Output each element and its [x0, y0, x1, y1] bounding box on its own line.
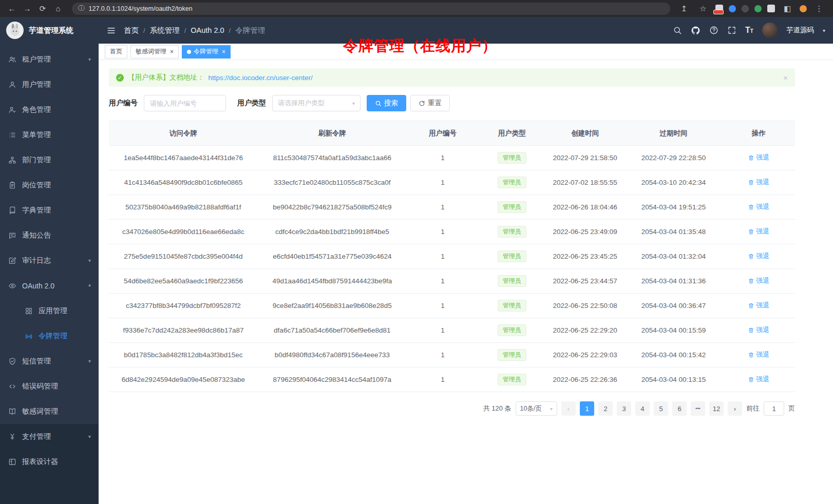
user-id-input[interactable] — [144, 95, 226, 111]
sensitive-icon — [8, 408, 17, 416]
goto-page-input[interactable] — [764, 401, 784, 416]
column-header: 用户类型 — [479, 121, 545, 146]
tab-1[interactable]: 敏感词管理× — [130, 45, 179, 59]
sidebar-item-oauth[interactable]: OAuth 2.0▾ — [0, 273, 99, 298]
page-ellipsis-button[interactable]: ••• — [691, 401, 705, 416]
force-logout-button[interactable]: 强退 — [748, 350, 769, 359]
page-button-12[interactable]: 12 — [709, 401, 724, 416]
force-logout-button[interactable]: 强退 — [748, 202, 769, 211]
breadcrumb-item[interactable]: 首页 — [124, 26, 139, 35]
page-size-select[interactable]: 10条/页 ▾ — [516, 401, 557, 416]
action-cell: 强退 — [722, 170, 795, 195]
page-button-4[interactable]: 4 — [635, 401, 650, 416]
search-button[interactable]: 搜索 — [367, 95, 406, 111]
force-logout-button[interactable]: 强退 — [748, 227, 769, 236]
goto-suffix: 页 — [788, 404, 795, 413]
github-icon[interactable] — [691, 26, 701, 35]
reset-button[interactable]: 重置 — [410, 95, 450, 111]
share-icon[interactable]: ↥ — [677, 3, 691, 15]
force-logout-button[interactable]: 强退 — [748, 153, 769, 162]
active-tab-dot — [187, 50, 191, 54]
sidebar-item-errcode[interactable]: 错误码管理 — [0, 374, 99, 399]
username[interactable]: 芋道源码 — [786, 26, 814, 35]
sidebar-item-role[interactable]: 角色管理 — [0, 97, 99, 122]
access-token-cell: 1ea5e44f8bc1467aaede43144f31de76 — [109, 146, 258, 170]
action-cell: 强退 — [722, 195, 795, 220]
prev-page-button[interactable]: ‹ — [561, 401, 576, 416]
forward-icon[interactable]: → — [21, 3, 34, 15]
reload-icon[interactable]: ⟳ — [36, 3, 49, 15]
breadcrumb-item[interactable]: OAuth 2.0 — [191, 26, 224, 34]
more-icon[interactable]: ⋮ — [812, 3, 826, 15]
chevron-up-icon: ▾ — [88, 283, 91, 288]
app-logo[interactable]: 芋道管理系统 — [0, 17, 99, 44]
fullscreen-icon[interactable] — [727, 26, 736, 35]
sidebar-item-dict[interactable]: 字典管理 — [0, 198, 99, 223]
address-bar[interactable]: ⓘ 127.0.0.1:1024/system/oauth2/token — [72, 3, 670, 15]
created-time-cell: 2022-06-26 18:04:46 — [545, 195, 625, 220]
main-area: 首页/系统管理/OAuth 2.0/令牌管理 TT 芋道源码 ▾ 首页敏感词管理… — [99, 17, 833, 504]
sidebar-item-post[interactable]: 岗位管理 — [0, 172, 99, 198]
user-dropdown-caret-icon[interactable]: ▾ — [823, 28, 825, 33]
expire-time-cell: 2054-03-04 19:51:25 — [625, 195, 723, 220]
tab-0[interactable]: 首页 — [105, 45, 127, 59]
force-logout-button[interactable]: 强退 — [748, 251, 769, 261]
sidebar-item-tenant[interactable]: 租户管理▾ — [0, 47, 99, 72]
fontsize-icon[interactable]: TT — [745, 26, 753, 34]
sidebar-item-notice[interactable]: 通知公告 — [0, 223, 99, 248]
profile-icon[interactable] — [800, 5, 807, 12]
page-button-3[interactable]: 3 — [617, 401, 631, 416]
sidebar-item-pay[interactable]: 支付管理▾ — [0, 424, 99, 449]
extension-blue-icon[interactable] — [729, 5, 736, 12]
tab-2[interactable]: 令牌管理× — [182, 45, 231, 59]
force-logout-button[interactable]: 强退 — [748, 178, 769, 187]
page-info-icon[interactable]: ⓘ — [78, 4, 85, 13]
tab-close-icon[interactable]: × — [170, 48, 174, 55]
sidebar-panel-icon[interactable]: ◧ — [781, 3, 794, 15]
home-icon[interactable]: ⌂ — [51, 3, 65, 15]
page-button-2[interactable]: 2 — [598, 401, 613, 416]
breadcrumb: 首页/系统管理/OAuth 2.0/令牌管理 — [124, 26, 265, 35]
user-avatar[interactable] — [762, 23, 778, 38]
sidebar-item-report[interactable]: 报表设计器 — [0, 449, 99, 474]
sidebar-item-log[interactable]: 审计日志▾ — [0, 248, 99, 273]
user-id-cell: 1 — [407, 367, 479, 392]
extension-puzzle-icon[interactable] — [767, 5, 775, 12]
search-icon — [375, 100, 382, 107]
extension-dark-icon[interactable] — [742, 5, 749, 12]
search-icon[interactable] — [673, 26, 682, 35]
next-page-button[interactable]: › — [728, 401, 742, 416]
force-logout-button[interactable]: 强退 — [748, 276, 769, 285]
sidebar-item-sensitive[interactable]: 敏感词管理 — [0, 399, 99, 424]
hamburger-icon[interactable] — [106, 26, 116, 35]
sidebar-item-token[interactable]: 令牌管理 — [0, 323, 99, 348]
page-button-1[interactable]: 1 — [580, 401, 594, 416]
page-button-5[interactable]: 5 — [654, 401, 668, 416]
tab-close-icon[interactable]: × — [222, 48, 225, 55]
errcode-icon — [8, 382, 17, 391]
extension-badged-icon[interactable] — [715, 5, 723, 12]
back-icon[interactable]: ← — [5, 3, 18, 15]
user-type-badge: 管理员 — [498, 226, 526, 238]
app-window: 芋道管理系统 租户管理▾用户管理角色管理菜单管理部门管理岗位管理字典管理通知公告… — [0, 17, 833, 504]
sidebar-item-dept[interactable]: 部门管理 — [0, 147, 99, 172]
sidebar-item-label: 支付管理 — [22, 432, 51, 441]
force-logout-button[interactable]: 强退 — [748, 301, 769, 310]
alert-close-icon[interactable]: × — [783, 73, 788, 82]
help-icon[interactable] — [709, 26, 718, 35]
sidebar-item-menu[interactable]: 菜单管理 — [0, 122, 99, 147]
sidebar-item-user[interactable]: 用户管理 — [0, 72, 99, 97]
app-icon — [24, 307, 33, 315]
alert-doc-link[interactable]: https://doc.iocoder.cn/user-center/ — [209, 74, 313, 82]
force-logout-button[interactable]: 强退 — [748, 325, 769, 335]
sidebar-item-sms[interactable]: 短信管理▾ — [0, 348, 99, 374]
user-type-badge: 管理员 — [498, 300, 526, 312]
user-type-select[interactable]: 请选择用户类型 ▾ — [272, 95, 361, 111]
goto-label: 前往 — [746, 404, 760, 413]
bookmark-icon[interactable]: ☆ — [696, 3, 710, 15]
extension-green-icon[interactable] — [754, 5, 762, 12]
sidebar-item-app[interactable]: 应用管理 — [0, 298, 99, 323]
breadcrumb-item[interactable]: 系统管理 — [150, 26, 180, 35]
page-button-6[interactable]: 6 — [672, 401, 687, 416]
force-logout-button[interactable]: 强退 — [748, 375, 769, 384]
